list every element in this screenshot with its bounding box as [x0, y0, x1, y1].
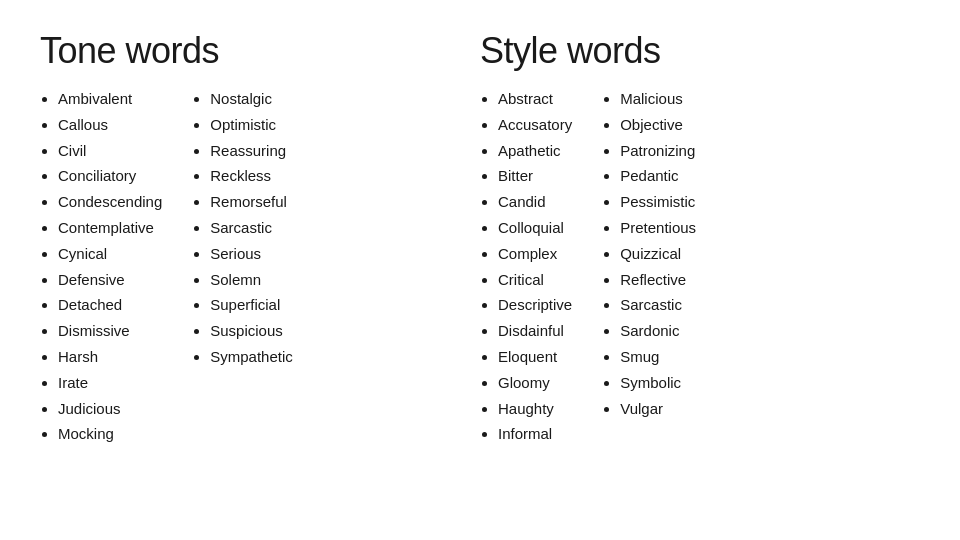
list-item: Vulgar	[620, 396, 696, 422]
list-item: Apathetic	[498, 138, 572, 164]
list-item: Sardonic	[620, 318, 696, 344]
list-item: Reflective	[620, 267, 696, 293]
list-item: Reassuring	[210, 138, 293, 164]
list-item: Eloquent	[498, 344, 572, 370]
list-item: Ambivalent	[58, 86, 162, 112]
list-item: Sarcastic	[620, 292, 696, 318]
list-item: Sarcastic	[210, 215, 293, 241]
list-item: Pessimistic	[620, 189, 696, 215]
list-item: Solemn	[210, 267, 293, 293]
list-item: Symbolic	[620, 370, 696, 396]
list-item: Bitter	[498, 163, 572, 189]
list-item: Haughty	[498, 396, 572, 422]
list-item: Disdainful	[498, 318, 572, 344]
style-col2: MaliciousObjectivePatronizingPedanticPes…	[602, 86, 696, 447]
list-item: Condescending	[58, 189, 162, 215]
list-item: Informal	[498, 421, 572, 447]
list-item: Sympathetic	[210, 344, 293, 370]
list-item: Suspicious	[210, 318, 293, 344]
list-item: Civil	[58, 138, 162, 164]
list-item: Irate	[58, 370, 162, 396]
style-section: Style words AbstractAccusatoryApatheticB…	[480, 30, 920, 447]
list-item: Conciliatory	[58, 163, 162, 189]
list-item: Colloquial	[498, 215, 572, 241]
list-item: Callous	[58, 112, 162, 138]
list-item: Detached	[58, 292, 162, 318]
list-item: Judicious	[58, 396, 162, 422]
list-item: Patronizing	[620, 138, 696, 164]
list-item: Quizzical	[620, 241, 696, 267]
list-item: Descriptive	[498, 292, 572, 318]
list-item: Pedantic	[620, 163, 696, 189]
style-col1: AbstractAccusatoryApatheticBitterCandidC…	[480, 86, 572, 447]
list-item: Serious	[210, 241, 293, 267]
tone-col2: NostalgicOptimisticReassuringRecklessRem…	[192, 86, 293, 447]
list-item: Harsh	[58, 344, 162, 370]
list-item: Mocking	[58, 421, 162, 447]
style-columns: AbstractAccusatoryApatheticBitterCandidC…	[480, 86, 900, 447]
list-item: Dismissive	[58, 318, 162, 344]
list-item: Critical	[498, 267, 572, 293]
list-item: Candid	[498, 189, 572, 215]
list-item: Objective	[620, 112, 696, 138]
list-item: Contemplative	[58, 215, 162, 241]
list-item: Optimistic	[210, 112, 293, 138]
list-item: Abstract	[498, 86, 572, 112]
list-item: Defensive	[58, 267, 162, 293]
tone-title: Tone words	[40, 30, 460, 72]
list-item: Remorseful	[210, 189, 293, 215]
list-item: Pretentious	[620, 215, 696, 241]
list-item: Complex	[498, 241, 572, 267]
tone-columns: AmbivalentCallousCivilConciliatoryCondes…	[40, 86, 460, 447]
list-item: Superficial	[210, 292, 293, 318]
tone-section: Tone words AmbivalentCallousCivilConcili…	[40, 30, 480, 447]
list-item: Cynical	[58, 241, 162, 267]
list-item: Nostalgic	[210, 86, 293, 112]
tone-col1: AmbivalentCallousCivilConciliatoryCondes…	[40, 86, 162, 447]
list-item: Gloomy	[498, 370, 572, 396]
page-container: Tone words AmbivalentCallousCivilConcili…	[40, 30, 920, 447]
style-title: Style words	[480, 30, 900, 72]
list-item: Reckless	[210, 163, 293, 189]
list-item: Accusatory	[498, 112, 572, 138]
list-item: Smug	[620, 344, 696, 370]
list-item: Malicious	[620, 86, 696, 112]
